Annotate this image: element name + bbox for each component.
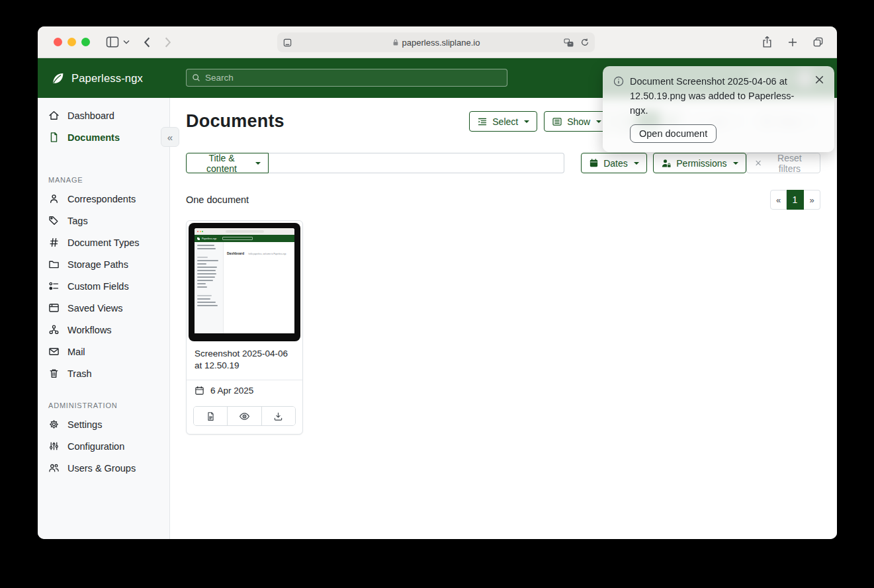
- sidebar-item-configuration[interactable]: Configuration: [38, 435, 169, 457]
- sidebar-item-trash[interactable]: Trash: [38, 362, 169, 384]
- download-document-button[interactable]: [261, 407, 295, 425]
- document-date-row: 6 Apr 2025: [187, 380, 302, 401]
- leaf-logo-icon: [51, 71, 65, 85]
- document-actions: [187, 401, 302, 434]
- sidebar-item-settings[interactable]: Settings: [38, 413, 169, 435]
- show-button[interactable]: Show: [544, 111, 609, 132]
- pagination-prev-button[interactable]: «: [770, 190, 787, 210]
- caret-down-icon: [733, 162, 738, 165]
- browser-toolbar: paperless.sliplane.io: [38, 26, 837, 58]
- minimize-window-button[interactable]: [67, 38, 76, 46]
- caret-down-icon: [634, 162, 639, 165]
- back-button[interactable]: [143, 36, 151, 48]
- mini-leaf-icon: [197, 237, 200, 240]
- sidebar: Dashboard Documents MANAGE Correspondent…: [38, 98, 170, 539]
- sidebar-item-label: Document Types: [67, 237, 140, 248]
- sidebar-item-saved-views[interactable]: Saved Views: [38, 297, 169, 319]
- sliders-icon: [48, 441, 60, 452]
- sidebar-toggle-icon[interactable]: [106, 36, 119, 48]
- sidebar-item-custom-fields[interactable]: Custom Fields: [38, 275, 169, 297]
- window-icon: [48, 302, 60, 314]
- sidebar-item-label: Workflows: [67, 325, 112, 335]
- sidebar-item-users-groups[interactable]: Users & Groups: [38, 457, 169, 479]
- sidebar-item-label: Tags: [67, 216, 88, 226]
- sidebar-item-documents[interactable]: Documents: [38, 126, 169, 148]
- close-icon: [814, 74, 825, 85]
- search-icon: [192, 73, 200, 82]
- pagination: « 1 »: [770, 190, 820, 210]
- home-icon: [48, 110, 60, 121]
- browser-window: paperless.sliplane.io: [38, 26, 837, 539]
- sidebar-item-storage-paths[interactable]: Storage Paths: [38, 253, 169, 275]
- edit-document-button[interactable]: [194, 407, 227, 425]
- sidebar-item-label: Settings: [67, 419, 102, 430]
- close-window-button[interactable]: [54, 38, 62, 46]
- sidebar-item-mail[interactable]: Mail: [38, 341, 169, 362]
- sidebar-item-label: Documents: [67, 132, 120, 143]
- mini-browser-chrome: [195, 228, 294, 235]
- filter-field-button[interactable]: Title & content: [186, 153, 269, 173]
- mini-main: Dashboard hello paperless, welcome to Pa…: [224, 242, 294, 333]
- toast-close-button[interactable]: [812, 73, 826, 89]
- zoom-window-button[interactable]: [81, 38, 90, 46]
- hash-icon: [48, 237, 60, 248]
- search-input[interactable]: [205, 73, 502, 83]
- preview-document-button[interactable]: [227, 407, 261, 425]
- document-count: One document: [186, 194, 249, 205]
- translate-icon[interactable]: [564, 38, 574, 47]
- select-list-icon: [477, 116, 488, 127]
- sidebar-item-label: Storage Paths: [67, 259, 128, 270]
- calendar-icon: [195, 386, 204, 396]
- sidebar-item-label: Configuration: [67, 441, 124, 452]
- document-card: Paperless-ngx: [186, 220, 303, 435]
- toast-message-line2: 12.50.19.png was added to Paperless-ngx.: [630, 91, 794, 116]
- mini-subheading: hello paperless, welcome to Paperless-ng…: [249, 253, 286, 255]
- sidebar-item-label: Users & Groups: [67, 463, 136, 474]
- person-icon: [48, 193, 60, 204]
- page-icon[interactable]: [283, 38, 292, 48]
- app-brand-label: Paperless-ngx: [71, 72, 143, 85]
- filter-field-label: Title & content: [194, 153, 249, 174]
- sidebar-item-document-types[interactable]: Document Types: [38, 231, 169, 253]
- sidebar-item-workflows[interactable]: Workflows: [38, 319, 169, 341]
- people-icon: [48, 462, 60, 474]
- toast-message: Document Screenshot 2025-04-06 at 12.50.…: [630, 75, 807, 118]
- new-tab-icon[interactable]: [787, 36, 798, 48]
- select-button[interactable]: Select: [469, 111, 537, 132]
- address-bar[interactable]: paperless.sliplane.io: [277, 32, 595, 52]
- open-document-button[interactable]: Open document: [630, 124, 717, 143]
- info-icon: [613, 76, 624, 87]
- document-date: 6 Apr 2025: [210, 386, 253, 396]
- tab-overview-icon[interactable]: [812, 36, 824, 48]
- list-dots-icon: [48, 280, 60, 292]
- document-thumbnail[interactable]: Paperless-ngx: [187, 221, 302, 341]
- sidebar-item-tags[interactable]: Tags: [38, 210, 169, 231]
- reload-icon[interactable]: [580, 38, 590, 47]
- page-title: Documents: [186, 111, 284, 132]
- app-brand[interactable]: Paperless-ngx: [51, 71, 143, 85]
- dates-button[interactable]: Dates: [581, 153, 647, 173]
- sidebar-item-dashboard[interactable]: Dashboard: [38, 105, 169, 126]
- share-icon[interactable]: [762, 36, 773, 48]
- sidebar-section-manage: MANAGE: [38, 176, 169, 188]
- toast-message-line1: Document Screenshot 2025-04-06 at: [630, 76, 787, 87]
- tag-icon: [48, 215, 60, 226]
- sidebar-section-administration: ADMINISTRATION: [38, 401, 169, 413]
- filter-input[interactable]: [269, 153, 564, 173]
- sidebar-collapse-button[interactable]: «: [161, 127, 179, 147]
- pagination-page-1[interactable]: 1: [787, 190, 804, 210]
- show-button-label: Show: [567, 116, 590, 127]
- pagination-next-button[interactable]: »: [804, 190, 820, 210]
- permissions-button[interactable]: Permissions: [653, 153, 746, 173]
- person-lock-icon: [661, 158, 672, 169]
- eye-icon: [239, 411, 250, 422]
- main-content: Documents Select Show: [170, 98, 837, 539]
- document-title[interactable]: Screenshot 2025-04-06 at 12.50.19: [187, 341, 302, 380]
- dates-button-label: Dates: [603, 158, 628, 169]
- nodes-icon: [48, 324, 60, 335]
- chevron-down-icon[interactable]: [123, 40, 130, 44]
- sidebar-item-correspondents[interactable]: Correspondents: [38, 188, 169, 210]
- mini-navbar: Paperless-ngx: [195, 235, 294, 242]
- forward-button[interactable]: [164, 36, 172, 48]
- reset-filters-button[interactable]: Reset filters: [746, 153, 820, 173]
